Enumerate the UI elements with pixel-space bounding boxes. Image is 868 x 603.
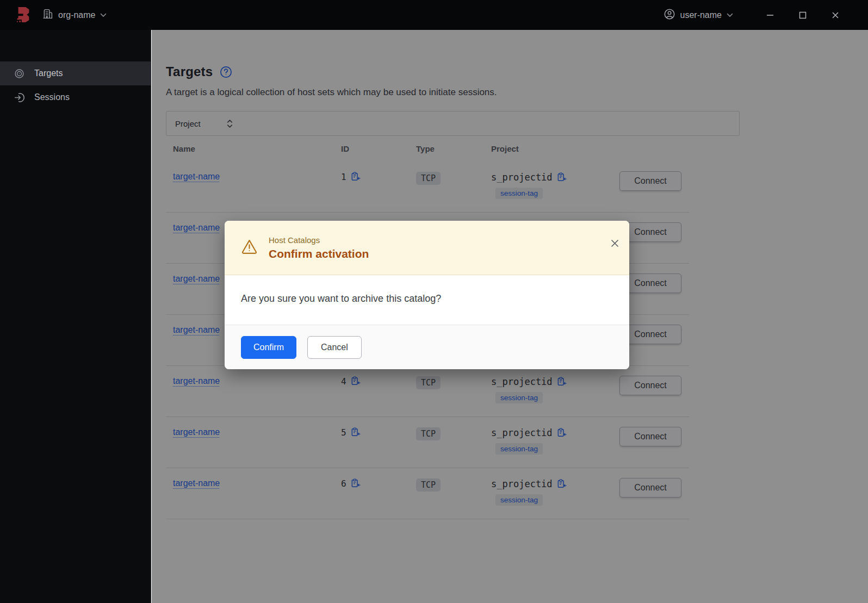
modal-header: Host Catalogs Confirm activation [225, 221, 629, 275]
confirm-button[interactable]: Confirm [241, 336, 296, 359]
sidebar: Targets Sessions [0, 30, 151, 603]
modal-footer: Confirm Cancel [225, 325, 629, 369]
modal-body-text: Are you sure you want to archive this ca… [225, 275, 629, 325]
org-switcher[interactable]: org-name [42, 8, 107, 22]
org-name-label: org-name [58, 10, 95, 20]
user-icon [664, 8, 675, 22]
sidebar-item-label: Sessions [34, 92, 70, 102]
window-minimize-button[interactable] [754, 4, 786, 26]
chevron-down-icon [100, 13, 107, 17]
confirm-modal: Host Catalogs Confirm activation Are you… [225, 221, 629, 369]
close-icon[interactable] [607, 236, 622, 250]
window-maximize-button[interactable] [786, 4, 819, 26]
org-building-icon [42, 8, 53, 22]
user-name-label: user-name [680, 10, 722, 20]
chevron-down-icon [727, 13, 733, 17]
warning-triangle-icon [241, 238, 258, 257]
user-menu[interactable]: user-name [664, 8, 733, 22]
modal-tagline: Host Catalogs [269, 235, 369, 245]
sidebar-item-label: Targets [34, 69, 63, 78]
sidebar-item-targets[interactable]: Targets [0, 61, 151, 85]
modal-title: Confirm activation [269, 247, 369, 260]
sign-in-icon [14, 92, 25, 103]
sidebar-item-sessions[interactable]: Sessions [0, 85, 151, 109]
cancel-button[interactable]: Cancel [307, 336, 362, 359]
topbar: org-name user-name [0, 0, 868, 30]
window-close-button[interactable] [819, 4, 852, 26]
boundary-logo [16, 7, 31, 23]
target-bullseye-icon [14, 68, 25, 79]
